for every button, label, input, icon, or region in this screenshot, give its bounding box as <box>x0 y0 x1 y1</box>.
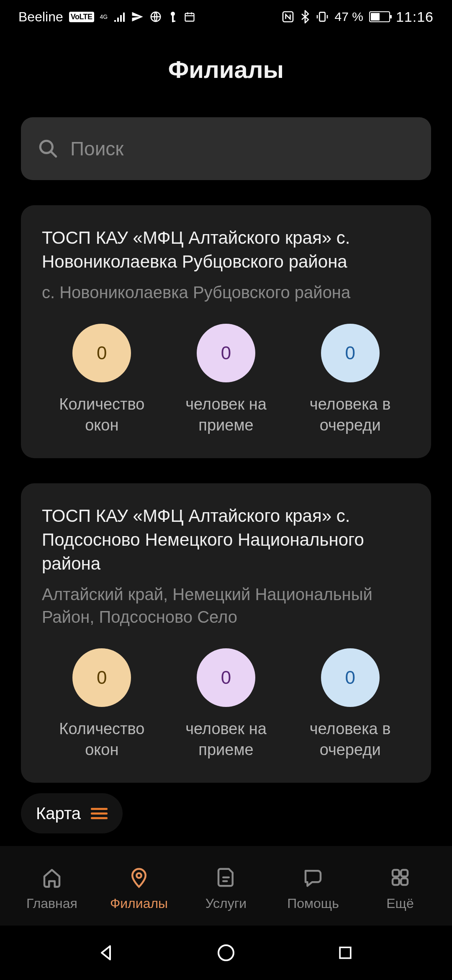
nav-home[interactable]: Главная <box>8 865 95 911</box>
chat-icon <box>302 865 324 890</box>
nav-more[interactable]: Ещё <box>357 865 444 911</box>
branch-address: с. Новониколаевка Рубцовского района <box>42 281 410 304</box>
stat-windows-value: 0 <box>72 648 131 707</box>
grid-icon <box>389 865 411 890</box>
battery-icon <box>369 11 390 22</box>
nav-help-label: Помощь <box>287 896 339 911</box>
svg-rect-11 <box>393 878 399 885</box>
svg-rect-9 <box>393 870 399 877</box>
home-icon <box>41 865 63 890</box>
status-right: 47 % 11:16 <box>281 9 434 25</box>
stat-windows: 0 Количество окон <box>42 648 162 760</box>
stat-serving: 0 человек на приеме <box>166 648 286 760</box>
bluetooth-icon <box>300 10 310 23</box>
send-icon <box>131 10 144 23</box>
carrier-label: Beeline <box>18 9 63 25</box>
branch-stats: 0 Количество окон 0 человек на приеме 0 … <box>42 324 410 436</box>
svg-point-8 <box>136 873 141 877</box>
svg-rect-10 <box>401 870 408 877</box>
nav-home-label: Главная <box>26 896 77 911</box>
stat-queue-value: 0 <box>321 648 380 707</box>
map-toggle-button[interactable]: Карта <box>21 793 123 833</box>
vibrate-icon <box>316 10 329 23</box>
svg-rect-14 <box>340 947 351 958</box>
branch-stats: 0 Количество окон 0 человек на приеме 0 … <box>42 648 410 760</box>
nav-more-label: Ещё <box>386 896 413 911</box>
branch-address: Алтайский край, Немецкий Национальный Ра… <box>42 583 410 628</box>
status-left: Beeline VoLTE 4G <box>18 9 195 25</box>
search-icon <box>38 138 59 159</box>
nav-help[interactable]: Помощь <box>270 865 357 911</box>
stat-windows-label: Количество окон <box>59 719 144 760</box>
svg-rect-6 <box>319 12 325 21</box>
stat-queue-label: человека в очереди <box>310 719 391 760</box>
branch-title: ТОСП КАУ «МФЦ Алтайского края» с. Подсос… <box>42 504 410 575</box>
key-icon <box>168 10 178 23</box>
map-toggle-label: Карта <box>36 804 81 823</box>
content-area: ТОСП КАУ «МФЦ Алтайского края» с. Новони… <box>0 105 452 888</box>
nav-branches[interactable]: Филиалы <box>95 865 182 911</box>
nfc-icon <box>281 10 295 23</box>
menu-lines-icon <box>91 808 108 819</box>
nav-services-label: Услуги <box>205 896 247 911</box>
svg-point-1 <box>171 12 175 16</box>
stat-queue-label: человека в очереди <box>310 394 391 436</box>
stat-queue: 0 человека в очереди <box>290 648 410 760</box>
page-header: Филиалы <box>0 34 452 105</box>
system-recents-button[interactable] <box>333 940 358 965</box>
calendar-icon <box>184 11 195 23</box>
clock: 11:16 <box>396 9 434 25</box>
stat-serving-value: 0 <box>197 648 255 707</box>
svg-point-13 <box>218 945 234 960</box>
page-title: Филиалы <box>168 55 284 83</box>
stat-windows: 0 Количество окон <box>42 324 162 436</box>
stat-queue: 0 человека в очереди <box>290 324 410 436</box>
svg-rect-3 <box>172 21 175 22</box>
nav-branches-label: Филиалы <box>110 896 168 911</box>
svg-rect-4 <box>185 13 194 21</box>
battery-percent: 47 % <box>335 10 363 24</box>
stat-windows-value: 0 <box>72 324 131 382</box>
search-input[interactable] <box>70 137 414 160</box>
document-icon <box>215 865 237 890</box>
bottom-navigation: Главная Филиалы Услуги Помощь Ещё <box>0 846 452 926</box>
globe-icon <box>149 10 162 23</box>
system-home-button[interactable] <box>213 940 239 965</box>
system-navigation-bar <box>0 926 452 980</box>
stat-serving-label: человек на приеме <box>185 394 267 436</box>
signal-icon <box>113 12 125 22</box>
stat-queue-value: 0 <box>321 324 380 382</box>
svg-rect-12 <box>401 878 408 885</box>
system-back-button[interactable] <box>94 940 119 965</box>
branch-card[interactable]: ТОСП КАУ «МФЦ Алтайского края» с. Новони… <box>21 205 431 458</box>
stat-serving-label: человек на приеме <box>185 719 267 760</box>
nav-services[interactable]: Услуги <box>182 865 270 911</box>
branch-title: ТОСП КАУ «МФЦ Алтайского края» с. Новони… <box>42 226 410 273</box>
volte-badge: VoLTE <box>69 12 94 22</box>
branch-card[interactable]: ТОСП КАУ «МФЦ Алтайского края» с. Подсос… <box>21 483 431 783</box>
stat-windows-label: Количество окон <box>59 394 144 436</box>
status-bar: Beeline VoLTE 4G 47 % 11:16 <box>0 0 452 34</box>
search-field[interactable] <box>21 117 431 180</box>
network-type: 4G <box>100 14 108 20</box>
stat-serving-value: 0 <box>197 324 255 382</box>
stat-serving: 0 человек на приеме <box>166 324 286 436</box>
location-pin-icon <box>128 865 150 890</box>
